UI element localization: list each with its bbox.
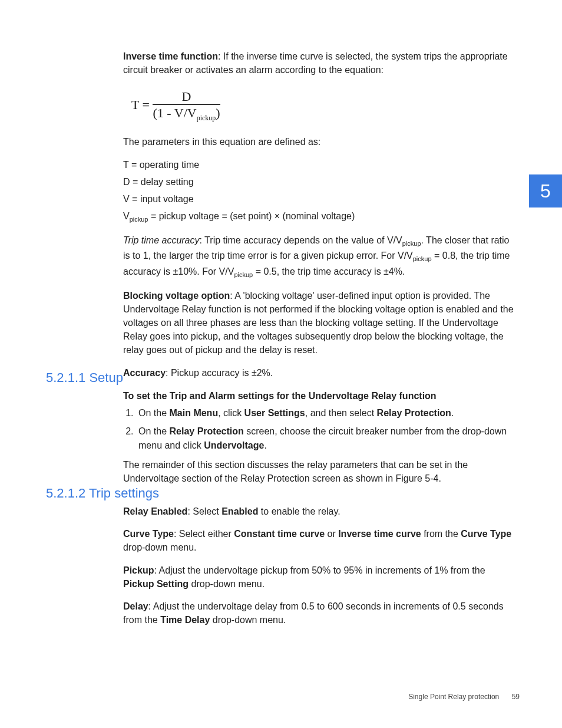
t: Time Delay [160,615,210,625]
t: drop-down menu. [210,615,286,625]
label-blocking-voltage: Blocking voltage option [123,291,230,301]
sub: pickup [130,216,148,223]
chapter-tab: 5 [529,174,562,207]
t: . [451,408,454,418]
t: pickup [197,114,216,123]
page-footer: Single Point Relay protection 59 [408,692,520,702]
t: Relay Protection [169,426,243,436]
t: Inverse time curve [338,529,421,539]
label-trip-accuracy: Trip time accuracy [123,235,200,245]
def-vpickup: Vpickup = pickup voltage = (set point) ×… [123,209,518,225]
t: or [325,529,338,539]
eq-lhs: T [131,97,139,112]
label-inverse-time: Inverse time function [123,51,218,61]
para-blocking-voltage: Blocking voltage option: A 'blocking vol… [123,289,518,357]
eq-denominator: (1 - V/Vpickup) [153,105,220,122]
footer-page-number: 59 [512,693,520,701]
sub: pickup [402,241,421,248]
t: , and then select [305,408,377,418]
t: On the [138,408,169,418]
lead-setup: To set the Trip and Alarm settings for t… [123,389,518,403]
t: : Trip time accuracy depends on the valu… [200,235,402,245]
para-setup-tail: The remainder of this section discusses … [123,458,518,485]
t: , click [218,408,244,418]
t: from the [421,529,461,539]
para-inverse-time: Inverse time function: If the inverse ti… [123,50,518,77]
body-intro: Inverse time function: If the inverse ti… [123,50,518,388]
eq-fraction: D (1 - V/Vpickup) [153,90,220,122]
t: Enabled [222,506,258,516]
t: Pickup [123,565,154,575]
heading-trip-settings: 5.2.1.2 Trip settings [46,484,517,503]
t: Undervoltage [204,440,264,450]
def-v: V = input voltage [123,192,518,206]
para-params-intro: The parameters in this equation are defi… [123,135,518,149]
t: to enable the relay. [258,506,340,516]
t: (1 - V [153,106,183,120]
step-2: On the Relay Protection screen, choose t… [136,424,518,452]
sub: pickup [413,256,432,263]
t: : Select either [174,529,234,539]
steps-list: On the Main Menu, click User Settings, a… [123,406,518,452]
sub: pickup [234,271,253,278]
t: Pickup Setting [123,579,189,589]
t: : Adjust the undervoltage pickup from 50… [154,565,485,575]
body-setup: To set the Trip and Alarm settings for t… [123,389,518,494]
t: Constant time curve [234,529,325,539]
eq-numerator: D [153,90,220,105]
t: On the [138,426,169,436]
step-1: On the Main Menu, click User Settings, a… [136,406,518,420]
t: Curve Type [123,529,174,539]
t: V [187,106,197,120]
para-relay-enabled: Relay Enabled: Select Enabled to enable … [123,505,518,518]
page: 5 Inverse time function: If the inverse … [0,0,562,728]
equation: T = D (1 - V/Vpickup) [131,90,518,122]
t: Main Menu [169,408,218,418]
t: To set the Trip and Alarm settings for t… [123,391,437,401]
def-t: T = operating time [123,158,518,172]
t: drop-down menu. [123,542,197,552]
para-trip-accuracy: Trip time accuracy: Trip time accuracy d… [123,233,518,279]
t: V [123,211,130,221]
heading-setup: 5.2.1.1 Setup [46,368,517,387]
t: = pickup voltage = (set point) × (nomina… [148,211,355,221]
para-curve-type: Curve Type: Select either Constant time … [123,527,518,554]
t: ) [216,106,220,120]
t: . [264,440,266,450]
t: drop-down menu. [189,579,265,589]
t: User Settings [244,408,305,418]
para-pickup: Pickup: Adjust the undervoltage pickup f… [123,564,518,591]
body-trip-settings: Relay Enabled: Select Enabled to enable … [123,505,518,635]
footer-doc-title: Single Point Relay protection [408,693,499,701]
t: Delay [123,601,148,611]
t: = 0.5, the trip time accuracy is ±4%. [253,266,405,276]
t: Relay Enabled [123,506,187,516]
t: Curve Type [461,529,511,539]
para-delay: Delay: Adjust the undervoltage delay fro… [123,599,518,627]
t: Relay Protection [377,408,451,418]
eq-equals: = [139,97,153,112]
def-d: D = delay setting [123,175,518,189]
t: : Select [187,506,222,516]
